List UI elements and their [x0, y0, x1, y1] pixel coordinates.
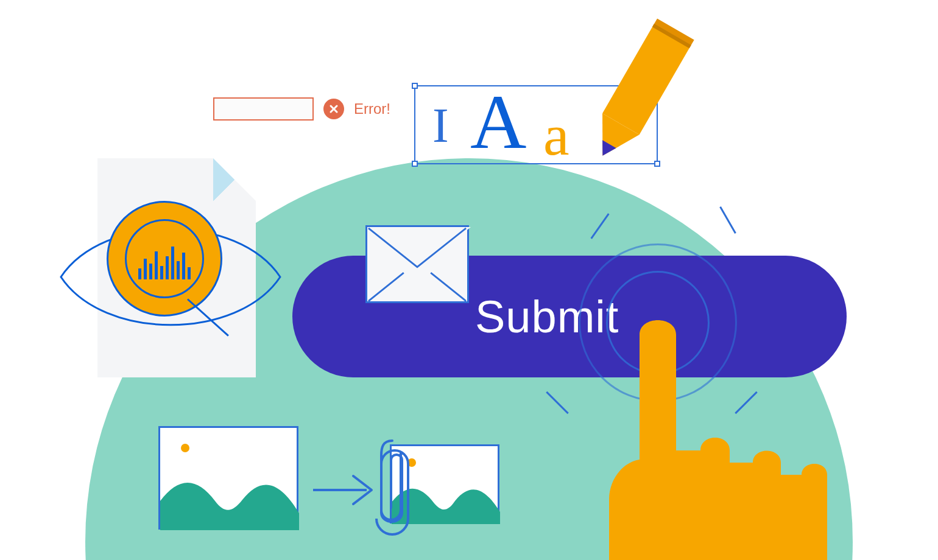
- spark-line: [719, 206, 736, 234]
- bar-chart-icon: [125, 219, 204, 298]
- hand-pointer-icon: [585, 298, 828, 560]
- mountains-icon: [160, 428, 300, 531]
- capital-letter: A: [470, 83, 526, 161]
- paperclip-icon: [375, 433, 409, 537]
- error-close-icon: [323, 99, 344, 119]
- magnifier-icon: [107, 201, 222, 317]
- arrow-right-icon: [311, 469, 378, 511]
- resize-handle: [412, 83, 418, 89]
- document-fold: [213, 158, 256, 201]
- envelope-icon: [365, 225, 469, 303]
- error-input-box: [213, 97, 314, 121]
- error-indicator: Error!: [213, 97, 390, 121]
- illustration-canvas: Error! I A a Submit: [0, 0, 938, 560]
- resize-handle: [412, 161, 418, 167]
- pencil-icon: [560, 17, 707, 175]
- text-cursor-icon: I: [432, 101, 449, 150]
- image-thumbnail-large: [158, 426, 298, 530]
- error-label: Error!: [354, 100, 390, 117]
